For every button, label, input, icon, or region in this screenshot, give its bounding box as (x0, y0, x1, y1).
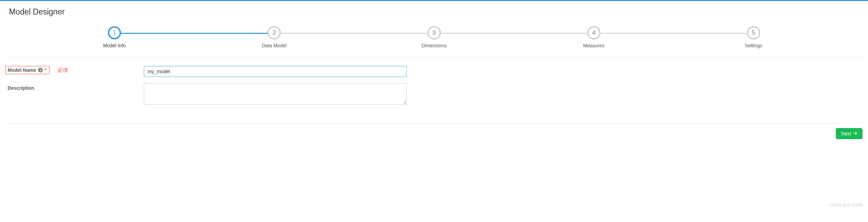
step-measures[interactable]: 4 Measures (514, 26, 674, 48)
step-connector (281, 33, 427, 34)
step-label: Measures (583, 43, 604, 48)
step-connector (121, 33, 268, 34)
required-annotation: 必填 (58, 67, 68, 74)
model-name-label-box: Model Name i * (5, 66, 49, 74)
input-column (144, 66, 407, 77)
form-area: Model Name i * 必填 Description (0, 58, 868, 115)
arrow-right-icon (853, 131, 857, 136)
step-label: Data Model (262, 43, 287, 48)
row-description: Description (6, 83, 862, 106)
next-button-label: Next (841, 131, 851, 136)
model-name-input[interactable] (144, 66, 407, 77)
step-number: 1 (108, 26, 121, 39)
step-connector (600, 33, 747, 34)
step-number: 2 (268, 26, 281, 39)
model-designer-panel: Model Designer 1 Model Info 2 Data Model… (0, 0, 868, 145)
model-name-label: Model Name (8, 67, 36, 73)
footer: Next (0, 123, 868, 145)
info-icon[interactable]: i (38, 68, 43, 73)
label-column: Description (6, 83, 144, 91)
required-mark: * (44, 67, 46, 73)
step-data-model[interactable]: 2 Data Model (194, 26, 354, 48)
step-label: Model Info (103, 43, 125, 48)
header: Model Designer (0, 1, 868, 18)
stepper: 1 Model Info 2 Data Model 3 Dimensions 4… (0, 18, 868, 55)
input-column (144, 83, 407, 106)
step-dimensions[interactable]: 3 Dimensions (354, 26, 514, 48)
description-input[interactable] (144, 83, 407, 105)
next-button[interactable]: Next (836, 128, 862, 139)
step-label: Settings (745, 43, 763, 48)
step-number: 5 (747, 26, 760, 39)
description-label: Description (6, 83, 34, 91)
step-number: 3 (428, 26, 441, 39)
page-title: Model Designer (9, 7, 859, 17)
step-label: Dimensions (421, 43, 447, 48)
step-settings[interactable]: 5 Settings (674, 26, 833, 48)
row-model-name: Model Name i * 必填 (6, 66, 862, 77)
step-number: 4 (587, 26, 600, 39)
step-model-info[interactable]: 1 Model Info (35, 26, 194, 48)
step-connector (441, 33, 587, 34)
label-column: Model Name i * 必填 (6, 66, 144, 74)
